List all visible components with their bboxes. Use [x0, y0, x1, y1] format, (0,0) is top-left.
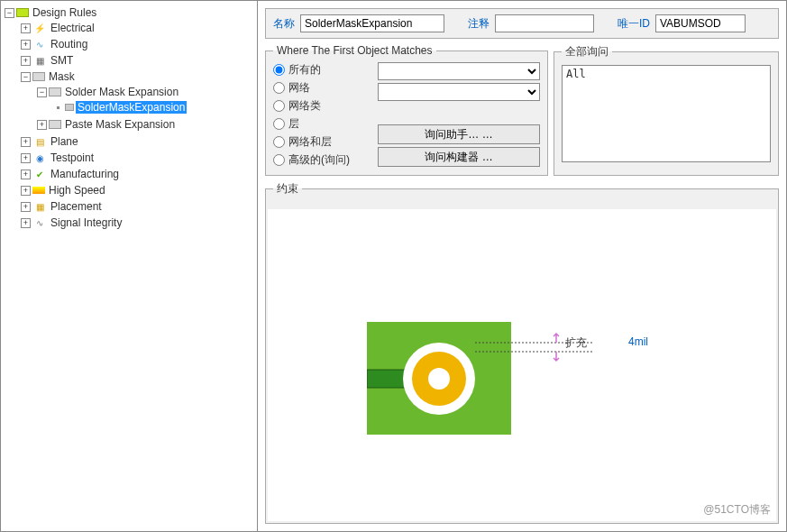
tree-manufacturing[interactable]: +✔Manufacturing	[21, 167, 255, 181]
mask-icon	[32, 72, 45, 81]
tree-high-speed[interactable]: +High Speed	[21, 183, 255, 197]
matches-legend: Where The First Object Matches	[273, 44, 436, 57]
name-input[interactable]	[300, 14, 444, 32]
pad-illustration: 扩充 4mil @51CTO博客	[268, 209, 776, 521]
constraint-legend: 约束	[273, 181, 302, 197]
full-query: 全部询问 All	[554, 44, 779, 176]
radio-advanced[interactable]: 高级的(询问)	[273, 152, 350, 168]
expansion-label: 扩充	[565, 335, 587, 351]
tree-electrical[interactable]: +⚡Electrical	[21, 21, 255, 35]
first-object-matches: Where The First Object Matches 所有的 网络 网络…	[265, 44, 548, 176]
testpoint-icon: ◉	[32, 152, 47, 163]
tree-solder-mask-expansion[interactable]: −Solder Mask Expansion	[37, 85, 255, 99]
tree-mask[interactable]: −Mask	[21, 69, 255, 84]
tree-placement[interactable]: +▦Placement	[21, 199, 255, 214]
plane-icon: ▤	[32, 136, 47, 147]
collapse-icon[interactable]: −	[5, 8, 14, 18]
expand-icon[interactable]: +	[21, 186, 31, 196]
manufacturing-icon: ✔	[32, 169, 47, 179]
tree-root[interactable]: − Design Rules	[5, 5, 255, 20]
query-text[interactable]: All	[562, 65, 771, 162]
smt-icon: ▦	[32, 55, 47, 66]
radio-net[interactable]: 网络	[273, 80, 350, 96]
tree-testpoint[interactable]: +◉Testpoint	[21, 151, 255, 165]
rule-header: 名称 注释 唯一ID	[265, 8, 779, 39]
uid-input[interactable]	[655, 14, 746, 32]
netclass-select[interactable]	[378, 83, 540, 101]
radio-layer[interactable]: 层	[273, 116, 350, 132]
expansion-value: 4mil	[628, 335, 648, 348]
rules-icon	[16, 8, 29, 17]
tree-signal-integrity[interactable]: +∿Signal Integrity	[21, 216, 255, 230]
rules-tree[interactable]: − Design Rules +⚡Electrical +∿Routing +▦…	[1, 1, 258, 531]
expand-icon[interactable]: +	[21, 40, 31, 50]
expand-icon[interactable]: +	[21, 170, 31, 179]
constraint-panel: 约束	[265, 181, 779, 524]
mask-icon	[49, 87, 61, 96]
tree-smt[interactable]: +▦SMT	[21, 53, 255, 68]
tree-label: Design Rules	[31, 6, 98, 19]
tree-paste-mask-expansion[interactable]: +Paste Mask Expansion	[37, 117, 255, 132]
collapse-icon[interactable]: −	[37, 87, 47, 97]
comment-input[interactable]	[495, 14, 594, 32]
expand-icon[interactable]: +	[21, 56, 31, 66]
query-legend: 全部询问	[562, 44, 612, 60]
pad-svg	[367, 308, 592, 453]
net-select[interactable]	[378, 62, 540, 80]
signal-integrity-icon: ∿	[32, 217, 47, 228]
expand-icon[interactable]: +	[21, 137, 31, 147]
mask-icon	[49, 120, 61, 129]
name-label: 名称	[273, 16, 295, 32]
tree-plane[interactable]: +▤Plane	[21, 134, 255, 149]
routing-icon: ∿	[32, 39, 47, 50]
expand-icon[interactable]: +	[21, 153, 31, 163]
tree-solder-mask-expansion-rule[interactable]: SolderMaskExpansion	[53, 100, 255, 115]
rule-icon	[65, 104, 74, 111]
radio-net-and-layer[interactable]: 网络和层	[273, 134, 350, 150]
tree-routing[interactable]: +∿Routing	[21, 37, 255, 51]
placement-icon: ▦	[32, 201, 47, 212]
expand-icon[interactable]: +	[37, 120, 47, 130]
radio-all[interactable]: 所有的	[273, 62, 350, 78]
uid-label: 唯一ID	[618, 16, 650, 32]
electrical-icon: ⚡	[32, 23, 47, 33]
svg-point-4	[428, 368, 450, 390]
expand-icon[interactable]: +	[21, 202, 31, 212]
high-speed-icon	[32, 187, 45, 194]
query-builder-button[interactable]: 询问构建器 …	[378, 147, 540, 167]
collapse-icon[interactable]: −	[21, 72, 31, 82]
radio-netclass[interactable]: 网络类	[273, 98, 350, 114]
expand-icon[interactable]: +	[21, 218, 31, 228]
comment-label: 注释	[468, 16, 490, 32]
query-assistant-button[interactable]: 询问助手… …	[378, 124, 540, 144]
expand-icon[interactable]: +	[21, 23, 31, 33]
watermark: @51CTO博客	[703, 502, 771, 518]
